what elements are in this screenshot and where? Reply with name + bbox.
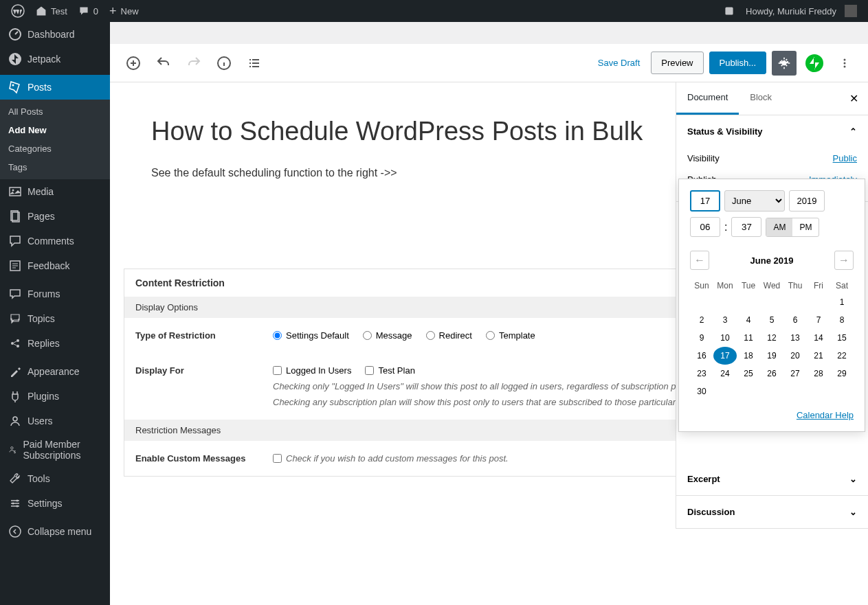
day-input[interactable] [690,190,720,212]
menu-feedback[interactable]: Feedback [0,253,110,278]
add-block-icon[interactable] [121,51,146,76]
pm-button[interactable]: PM [792,218,819,236]
menu-replies[interactable]: Replies [0,331,110,356]
calendar-day[interactable]: 4 [737,311,760,329]
close-panel-icon[interactable]: ✕ [840,82,868,115]
calendar-day[interactable]: 29 [830,365,854,383]
calendar-day [807,293,830,311]
month-select[interactable]: June [724,190,785,212]
calendar-day[interactable]: 25 [737,365,760,383]
menu-jetpack[interactable]: Jetpack [0,47,110,71]
tab-document[interactable]: Document [676,82,739,115]
calendar-day[interactable]: 22 [830,347,854,365]
menu-media[interactable]: Media [0,179,110,204]
save-draft-link[interactable]: Save Draft [598,58,640,68]
hour-input[interactable] [690,217,720,237]
tab-block[interactable]: Block [739,82,783,115]
settings-gear-icon[interactable] [772,51,797,76]
radio-template[interactable]: Template [486,330,535,341]
calendar-day[interactable]: 13 [783,329,807,347]
outline-icon[interactable] [242,51,267,76]
section-discussion[interactable]: Discussion⌄ [676,496,868,528]
collapse-menu[interactable]: Collapse menu [0,519,110,544]
calendar-dow: Wed [760,278,783,293]
wp-logo[interactable] [5,0,30,22]
menu-comments[interactable]: Comments [0,229,110,253]
calendar-day[interactable]: 24 [713,365,737,383]
radio-message[interactable]: Message [363,330,412,341]
minute-input[interactable] [731,217,761,237]
post-body[interactable]: See the default scheduling function to t… [151,167,646,179]
menu-plugins[interactable]: Plugins [0,384,110,409]
calendar-day[interactable]: 27 [783,365,807,383]
menu-paid-member[interactable]: $Paid Member Subscriptions [0,433,110,466]
info-icon[interactable] [212,51,236,76]
submenu-all-posts[interactable]: All Posts [0,102,110,121]
calendar-day[interactable]: 21 [807,347,830,365]
calendar-day[interactable]: 9 [690,329,713,347]
comments-link[interactable]: 0 [73,0,104,22]
calendar-day[interactable]: 10 [713,329,737,347]
calendar-day[interactable]: 3 [713,311,737,329]
site-link[interactable]: Test [30,0,73,22]
calendar-day[interactable]: 14 [807,329,830,347]
calendar-day[interactable]: 12 [760,329,783,347]
submenu-categories[interactable]: Categories [0,139,110,158]
calendar-day[interactable]: 18 [737,347,760,365]
year-input[interactable] [789,190,825,212]
calendar-day[interactable]: 11 [737,329,760,347]
calendar-day[interactable]: 19 [760,347,783,365]
check-logged-in[interactable]: Logged In Users [273,365,351,376]
calendar-day[interactable]: 7 [807,311,830,329]
post-title[interactable]: How to Schedule WordPress Posts in Bulk [151,117,646,146]
howdy-link[interactable]: Howdy, Muriuki Freddy [740,0,863,22]
radio-settings-default[interactable]: Settings Default [273,330,349,341]
next-month-icon[interactable]: → [834,251,854,270]
more-icon[interactable] [832,51,857,76]
section-excerpt[interactable]: Excerpt⌄ [676,463,868,495]
menu-forums[interactable]: Forums [0,282,110,306]
jetpack-icon[interactable] [802,51,827,76]
am-button[interactable]: AM [766,218,792,236]
calendar-day[interactable]: 26 [760,365,783,383]
menu-pages[interactable]: Pages [0,204,110,229]
svg-point-13 [13,417,17,421]
menu-appearance[interactable]: Appearance [0,359,110,384]
calendar-day[interactable]: 5 [760,311,783,329]
editor-header: Save Draft Preview Publish... [110,44,868,82]
menu-dashboard[interactable]: Dashboard [0,22,110,47]
label-custom-messages: Enable Custom Messages [135,453,259,464]
calendar-day[interactable]: 2 [690,311,713,329]
submenu-add-new[interactable]: Add New [0,121,110,139]
calendar-day[interactable]: 8 [830,311,854,329]
notifications-icon[interactable] [718,0,740,22]
calendar-dow: Mon [713,278,737,293]
calendar-day[interactable]: 16 [690,347,713,365]
submenu-tags[interactable]: Tags [0,158,110,176]
new-link[interactable]: +New [104,0,144,22]
prev-month-icon[interactable]: ← [690,251,709,270]
calendar-day[interactable]: 15 [830,329,854,347]
calendar-day[interactable]: 17 [713,347,737,365]
menu-settings[interactable]: Settings [0,491,110,516]
radio-redirect[interactable]: Redirect [426,330,472,341]
menu-posts[interactable]: Posts [0,75,110,100]
calendar-day[interactable]: 20 [783,347,807,365]
publish-button[interactable]: Publish... [709,52,766,74]
calendar-day[interactable]: 28 [807,365,830,383]
undo-icon[interactable] [151,51,176,76]
visibility-value[interactable]: Public [833,153,857,163]
menu-users[interactable]: Users [0,409,110,433]
menu-topics[interactable]: Topics [0,306,110,331]
calendar-day[interactable]: 23 [690,365,713,383]
calendar-day[interactable]: 30 [690,383,713,400]
svg-point-12 [16,345,19,347]
section-status[interactable]: Status & Visibility⌃ [676,115,868,148]
menu-tools[interactable]: Tools [0,466,110,491]
preview-button[interactable]: Preview [651,52,703,74]
redo-icon[interactable] [181,51,206,76]
check-test-plan[interactable]: Test Plan [365,365,414,376]
calendar-day[interactable]: 1 [830,293,854,311]
calendar-day[interactable]: 6 [783,311,807,329]
calendar-help-link[interactable]: Calendar Help [797,410,854,420]
